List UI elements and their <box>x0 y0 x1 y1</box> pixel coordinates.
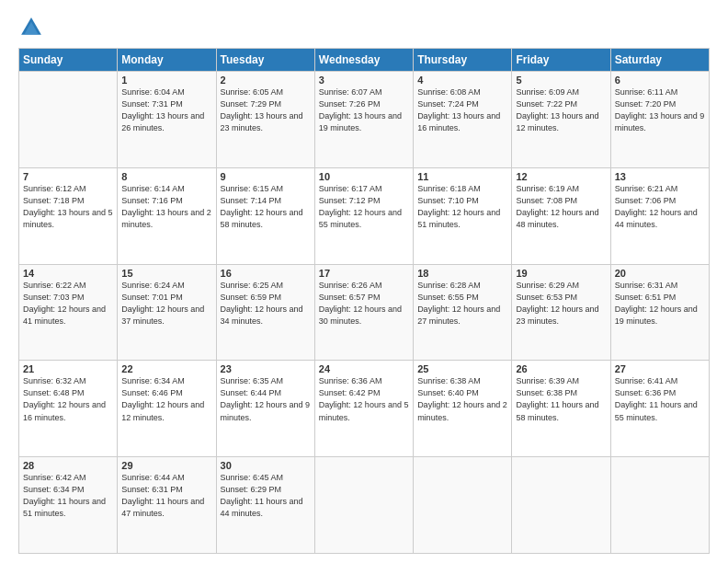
day-info: Sunrise: 6:08 AMSunset: 7:24 PMDaylight:… <box>417 86 507 134</box>
logo <box>18 15 48 40</box>
day-cell <box>610 457 709 554</box>
day-number: 5 <box>516 75 606 86</box>
day-info: Sunrise: 6:09 AMSunset: 7:22 PMDaylight:… <box>516 86 606 134</box>
day-cell: 17Sunrise: 6:26 AMSunset: 6:57 PMDayligh… <box>314 264 413 361</box>
day-number: 29 <box>121 460 211 471</box>
day-number: 30 <box>221 460 311 471</box>
day-number: 22 <box>121 363 211 374</box>
day-info: Sunrise: 6:21 AMSunset: 7:06 PMDaylight:… <box>615 183 705 231</box>
day-number: 7 <box>23 171 113 182</box>
day-number: 3 <box>319 75 409 86</box>
day-cell: 26Sunrise: 6:39 AMSunset: 6:38 PMDayligh… <box>512 361 610 457</box>
day-info: Sunrise: 6:28 AMSunset: 6:55 PMDaylight:… <box>417 280 507 327</box>
day-cell: 19Sunrise: 6:29 AMSunset: 6:53 PMDayligh… <box>512 264 610 361</box>
day-cell: 3Sunrise: 6:07 AMSunset: 7:26 PMDaylight… <box>314 72 413 168</box>
day-cell: 21Sunrise: 6:32 AMSunset: 6:48 PMDayligh… <box>19 361 118 457</box>
day-info: Sunrise: 6:04 AMSunset: 7:31 PMDaylight:… <box>121 86 211 134</box>
day-info: Sunrise: 6:12 AMSunset: 7:18 PMDaylight:… <box>23 183 113 231</box>
day-number: 13 <box>615 171 705 182</box>
day-info: Sunrise: 6:11 AMSunset: 7:20 PMDaylight:… <box>615 86 705 134</box>
day-number: 16 <box>221 268 311 279</box>
day-info: Sunrise: 6:24 AMSunset: 7:01 PMDaylight:… <box>121 280 211 327</box>
day-info: Sunrise: 6:18 AMSunset: 7:10 PMDaylight:… <box>417 183 507 231</box>
day-cell: 15Sunrise: 6:24 AMSunset: 7:01 PMDayligh… <box>118 264 216 361</box>
day-cell: 27Sunrise: 6:41 AMSunset: 6:36 PMDayligh… <box>610 361 709 457</box>
day-info: Sunrise: 6:41 AMSunset: 6:36 PMDaylight:… <box>615 375 705 423</box>
calendar: SundayMondayTuesdayWednesdayThursdayFrid… <box>18 48 710 554</box>
day-number: 15 <box>121 268 211 279</box>
day-number: 1 <box>121 75 211 86</box>
day-cell: 22Sunrise: 6:34 AMSunset: 6:46 PMDayligh… <box>118 361 216 457</box>
day-info: Sunrise: 6:26 AMSunset: 6:57 PMDaylight:… <box>319 280 409 327</box>
day-cell: 16Sunrise: 6:25 AMSunset: 6:59 PMDayligh… <box>216 264 314 361</box>
day-number: 27 <box>615 363 705 374</box>
day-number: 9 <box>221 171 311 182</box>
day-number: 17 <box>319 268 409 279</box>
day-cell: 2Sunrise: 6:05 AMSunset: 7:29 PMDaylight… <box>216 72 314 168</box>
logo-icon <box>18 15 44 40</box>
weekday-header-row: SundayMondayTuesdayWednesdayThursdayFrid… <box>19 49 710 72</box>
day-info: Sunrise: 6:44 AMSunset: 6:31 PMDaylight:… <box>121 472 211 520</box>
day-info: Sunrise: 6:19 AMSunset: 7:08 PMDaylight:… <box>516 183 606 231</box>
day-info: Sunrise: 6:45 AMSunset: 6:29 PMDaylight:… <box>221 472 311 520</box>
day-cell: 20Sunrise: 6:31 AMSunset: 6:51 PMDayligh… <box>610 264 709 361</box>
day-cell: 25Sunrise: 6:38 AMSunset: 6:40 PMDayligh… <box>414 361 512 457</box>
weekday-header-wednesday: Wednesday <box>314 49 413 72</box>
week-row-2: 7Sunrise: 6:12 AMSunset: 7:18 PMDaylight… <box>19 167 710 264</box>
day-info: Sunrise: 6:42 AMSunset: 6:34 PMDaylight:… <box>23 472 113 520</box>
day-cell: 5Sunrise: 6:09 AMSunset: 7:22 PMDaylight… <box>512 72 610 168</box>
day-cell: 1Sunrise: 6:04 AMSunset: 7:31 PMDaylight… <box>118 72 216 168</box>
day-info: Sunrise: 6:25 AMSunset: 6:59 PMDaylight:… <box>221 280 311 327</box>
day-number: 12 <box>516 171 606 182</box>
weekday-header-saturday: Saturday <box>610 49 709 72</box>
day-number: 19 <box>516 268 606 279</box>
day-number: 28 <box>23 460 113 471</box>
day-info: Sunrise: 6:35 AMSunset: 6:44 PMDaylight:… <box>221 375 311 423</box>
day-cell: 9Sunrise: 6:15 AMSunset: 7:14 PMDaylight… <box>216 167 314 264</box>
day-number: 20 <box>615 268 705 279</box>
day-info: Sunrise: 6:39 AMSunset: 6:38 PMDaylight:… <box>516 375 606 423</box>
day-cell: 30Sunrise: 6:45 AMSunset: 6:29 PMDayligh… <box>216 457 314 554</box>
day-cell: 7Sunrise: 6:12 AMSunset: 7:18 PMDaylight… <box>19 167 118 264</box>
day-info: Sunrise: 6:36 AMSunset: 6:42 PMDaylight:… <box>319 375 409 423</box>
weekday-header-tuesday: Tuesday <box>216 49 314 72</box>
day-info: Sunrise: 6:32 AMSunset: 6:48 PMDaylight:… <box>23 375 113 423</box>
day-number: 10 <box>319 171 409 182</box>
day-info: Sunrise: 6:05 AMSunset: 7:29 PMDaylight:… <box>221 86 311 134</box>
day-number: 25 <box>417 363 507 374</box>
day-cell: 29Sunrise: 6:44 AMSunset: 6:31 PMDayligh… <box>118 457 216 554</box>
day-number: 2 <box>221 75 311 86</box>
day-number: 26 <box>516 363 606 374</box>
day-cell: 11Sunrise: 6:18 AMSunset: 7:10 PMDayligh… <box>414 167 512 264</box>
day-info: Sunrise: 6:14 AMSunset: 7:16 PMDaylight:… <box>121 183 211 231</box>
page: SundayMondayTuesdayWednesdayThursdayFrid… <box>0 0 728 563</box>
day-info: Sunrise: 6:31 AMSunset: 6:51 PMDaylight:… <box>615 280 705 327</box>
day-cell: 18Sunrise: 6:28 AMSunset: 6:55 PMDayligh… <box>414 264 512 361</box>
day-info: Sunrise: 6:07 AMSunset: 7:26 PMDaylight:… <box>319 86 409 134</box>
day-number: 8 <box>121 171 211 182</box>
day-number: 24 <box>319 363 409 374</box>
day-info: Sunrise: 6:34 AMSunset: 6:46 PMDaylight:… <box>121 375 211 423</box>
day-number: 6 <box>615 75 705 86</box>
day-cell: 28Sunrise: 6:42 AMSunset: 6:34 PMDayligh… <box>19 457 118 554</box>
day-cell: 24Sunrise: 6:36 AMSunset: 6:42 PMDayligh… <box>314 361 413 457</box>
day-cell <box>314 457 413 554</box>
day-info: Sunrise: 6:17 AMSunset: 7:12 PMDaylight:… <box>319 183 409 231</box>
day-cell <box>19 72 118 168</box>
day-cell: 23Sunrise: 6:35 AMSunset: 6:44 PMDayligh… <box>216 361 314 457</box>
day-cell: 10Sunrise: 6:17 AMSunset: 7:12 PMDayligh… <box>314 167 413 264</box>
day-number: 21 <box>23 363 113 374</box>
day-cell: 8Sunrise: 6:14 AMSunset: 7:16 PMDaylight… <box>118 167 216 264</box>
day-cell: 4Sunrise: 6:08 AMSunset: 7:24 PMDaylight… <box>414 72 512 168</box>
day-number: 23 <box>221 363 311 374</box>
day-cell <box>414 457 512 554</box>
day-number: 18 <box>417 268 507 279</box>
weekday-header-sunday: Sunday <box>19 49 118 72</box>
day-info: Sunrise: 6:29 AMSunset: 6:53 PMDaylight:… <box>516 280 606 327</box>
day-info: Sunrise: 6:15 AMSunset: 7:14 PMDaylight:… <box>221 183 311 231</box>
day-cell: 12Sunrise: 6:19 AMSunset: 7:08 PMDayligh… <box>512 167 610 264</box>
week-row-5: 28Sunrise: 6:42 AMSunset: 6:34 PMDayligh… <box>19 457 710 554</box>
header <box>18 15 710 40</box>
day-cell: 14Sunrise: 6:22 AMSunset: 7:03 PMDayligh… <box>19 264 118 361</box>
weekday-header-monday: Monday <box>118 49 216 72</box>
